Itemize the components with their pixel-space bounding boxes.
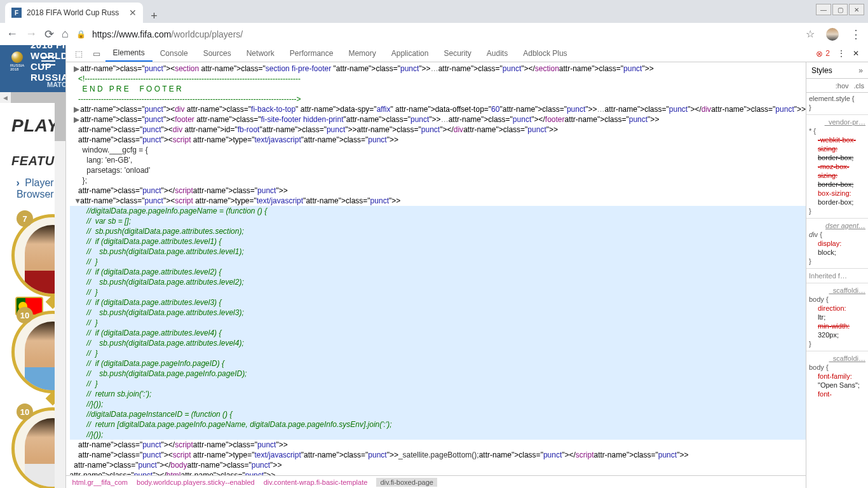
site-header: RUSSIA 2018 2018 FIFA WORLD CUP RUSSIA™ <box>0 45 65 77</box>
page-content: RUSSIA 2018 2018 FIFA WORLD CUP RUSSIA™ … <box>0 45 65 488</box>
fifa-logo-icon[interactable]: RUSSIA 2018 <box>10 47 24 75</box>
profile-avatar[interactable] <box>826 28 839 41</box>
close-tab-button[interactable]: ✕ <box>129 8 137 18</box>
browser-chrome: — ▢ ✕ F 2018 FIFA World Cup Russ ✕ + ← →… <box>0 0 868 45</box>
window-close-button[interactable]: ✕ <box>849 4 864 15</box>
hov-toggle[interactable]: :hov <box>836 82 849 90</box>
tab-performance[interactable]: Performance <box>282 45 341 62</box>
chevron-right-icon: › <box>16 177 19 188</box>
tab-audits[interactable]: Audits <box>479 45 515 62</box>
player-card[interactable]: 10 LUKA MODRIC CROATIA Midfielder <box>11 407 54 488</box>
devtools-panel: ⬚ ▭ Elements Console Sources Network Per… <box>65 45 868 488</box>
reload-button[interactable]: ⟳ <box>44 27 54 41</box>
cls-toggle[interactable]: .cls <box>854 82 865 90</box>
player-card[interactable]: 7 CRISTIANO RONALDO PORTUGAL Forward <box>11 214 54 297</box>
vertical-scroll-thumb[interactable] <box>55 103 65 141</box>
address-bar[interactable]: 🔒 https://www.fifa.com/worldcup/players/ <box>76 29 785 39</box>
elements-breadcrumb[interactable]: html.gr__fifa_com body.worldcup.players.… <box>66 475 806 488</box>
url-path: /worldcup/players/ <box>171 29 243 39</box>
lock-icon: 🔒 <box>76 30 86 39</box>
home-button[interactable]: ⌂ <box>62 27 69 41</box>
player-rank-badge: 10 <box>17 403 33 420</box>
featured-heading: FEATURED <box>11 154 54 168</box>
crumb[interactable]: div.content-wrap.fi-basic-template <box>264 478 368 486</box>
bookmark-icon[interactable]: ☆ <box>806 28 815 40</box>
vertical-scrollbar[interactable] <box>55 103 65 488</box>
crumb[interactable]: html.gr__fifa_com <box>72 478 128 486</box>
tab-network[interactable]: Network <box>239 45 282 62</box>
tab-memory[interactable]: Memory <box>341 45 383 62</box>
devtools-tabs: ⬚ ▭ Elements Console Sources Network Per… <box>66 45 868 62</box>
players-heading: PLAYERS <box>11 116 54 136</box>
devtools-menu-button[interactable]: ⋮ <box>837 49 845 58</box>
crumb[interactable]: body.worldcup.players.sticky--enabled <box>137 478 255 486</box>
tab-console[interactable]: Console <box>153 45 196 62</box>
error-count-badge[interactable]: 2 <box>816 49 830 58</box>
devtools-close-button[interactable]: ✕ <box>853 49 859 58</box>
tab-application[interactable]: Application <box>384 45 437 62</box>
tab-sources[interactable]: Sources <box>196 45 239 62</box>
browser-toolbar: ← → ⟳ ⌂ 🔒 https://www.fifa.com/worldcup/… <box>0 23 868 45</box>
crumb-active[interactable]: div.fi-boxed-page <box>376 478 437 487</box>
horizontal-scrollbar[interactable]: ◀ ▶ <box>0 92 65 103</box>
hamburger-menu-button[interactable] <box>41 57 55 65</box>
player-browser-link[interactable]: › Player Browser <box>11 177 54 200</box>
favicon-icon: F <box>11 8 22 18</box>
back-button[interactable]: ← <box>6 27 18 41</box>
tab-title: 2018 FIFA World Cup Russ <box>27 8 119 17</box>
player-rank-badge: 7 <box>17 210 33 227</box>
player-card[interactable]: 10 LIONEL MESSI ARGENTINA Forward <box>11 311 54 393</box>
elements-tree[interactable]: ▶attr-name">class="punct"><section attr-… <box>66 62 806 475</box>
browser-menu-button[interactable]: ⋮ <box>850 27 862 41</box>
url-host: https://www.fifa.com <box>92 29 171 39</box>
new-tab-button[interactable]: + <box>143 10 165 23</box>
styles-tab-label[interactable]: Styles <box>811 66 832 75</box>
device-toggle-icon[interactable]: ▭ <box>88 49 105 58</box>
player-rank-badge: 10 <box>17 307 33 323</box>
tab-adblock[interactable]: Adblock Plus <box>515 45 574 62</box>
styles-panel: Styles » :hov .cls element.style { } _ve… <box>806 62 868 488</box>
scroll-left-icon[interactable]: ◀ <box>0 92 11 103</box>
tab-elements[interactable]: Elements <box>105 45 153 62</box>
inspect-icon[interactable]: ⬚ <box>70 49 88 58</box>
browser-tab[interactable]: F 2018 FIFA World Cup Russ ✕ <box>5 3 143 23</box>
styles-more-icon[interactable]: » <box>858 66 863 75</box>
styles-rules[interactable]: element.style { } _vendor-pr… * { -webki… <box>806 93 868 488</box>
horizontal-scroll-thumb[interactable] <box>11 92 65 103</box>
window-minimize-button[interactable]: — <box>816 4 831 15</box>
window-maximize-button[interactable]: ▢ <box>832 4 848 15</box>
tab-security[interactable]: Security <box>436 45 478 62</box>
forward-button[interactable]: → <box>25 27 37 41</box>
